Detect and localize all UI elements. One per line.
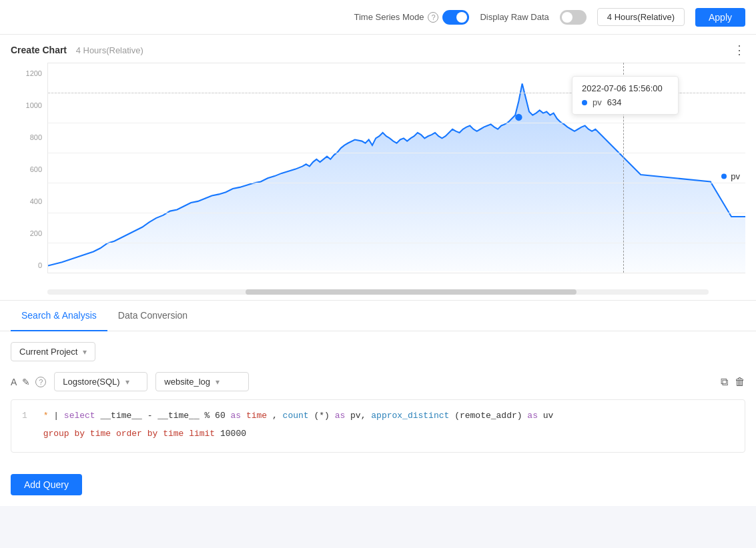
tab-search-analysis[interactable]: Search & Analysis: [11, 301, 107, 331]
sql-time-2: time: [90, 429, 111, 439]
code-editor[interactable]: 1 * | select __time__ - __time__ % 60 as…: [11, 399, 745, 453]
tooltip-date: 2022-07-06 15:56:00: [582, 83, 669, 93]
sql-time-3: time: [163, 429, 183, 439]
code-line-1: 1 * | select __time__ - __time__ % 60 as…: [22, 408, 734, 423]
sql-select: select: [64, 411, 95, 421]
project-chevron-icon: ▾: [83, 347, 87, 357]
display-raw-toggle[interactable]: [560, 10, 587, 25]
tooltip-value: 634: [607, 97, 622, 107]
query-row: A ✎ ? Logstore(SQL) ▾ website_log ▾ ⧉ 🗑: [11, 372, 745, 391]
hover-dot: [515, 114, 522, 121]
text-icon[interactable]: A: [11, 377, 17, 387]
chart-area[interactable]: 2022-07-06 15:56:00 pv 634 12:45 13:00 1…: [47, 63, 745, 273]
more-options-icon[interactable]: ⋮: [733, 43, 745, 57]
y-label-400: 400: [30, 197, 42, 205]
sql-star: *: [43, 411, 49, 421]
code-line-2: 2 group by time order by time limit 1000…: [22, 426, 734, 441]
y-label-600: 600: [30, 165, 42, 173]
display-raw-label: Display Raw Data: [480, 12, 548, 22]
time-series-text: Time Series Mode: [354, 12, 424, 22]
line-number-1: 1: [22, 411, 27, 421]
sql-time-1: time: [246, 411, 267, 421]
tooltip-metric: pv: [593, 97, 602, 107]
y-label-0: 0: [38, 261, 42, 269]
y-label-1200: 1200: [26, 69, 42, 77]
chart-section: Create Chart 4 Hours(Relative) ⋮ 1200 10…: [0, 35, 756, 301]
chart-title: Create Chart: [11, 45, 67, 55]
chart-legend: pv: [721, 171, 740, 181]
query-section: Current Project ▾ A ✎ ? Logstore(SQL) ▾ …: [0, 331, 756, 463]
tooltip-dot: [582, 100, 587, 105]
legend-dot: [721, 173, 727, 179]
sql-as-3: as: [527, 411, 538, 421]
logstore-type-select[interactable]: Logstore(SQL) ▾: [54, 372, 147, 391]
time-series-toggle[interactable]: [442, 10, 469, 25]
y-axis: 1200 1000 800 600 400 200 0: [11, 69, 47, 269]
sql-as-1: as: [231, 411, 242, 421]
legend-label: pv: [731, 171, 740, 181]
sql-count: count: [283, 411, 309, 421]
chart-title-area: Create Chart 4 Hours(Relative): [11, 45, 143, 55]
time-series-help-icon[interactable]: ?: [428, 12, 438, 23]
query-help-icon[interactable]: ?: [35, 377, 46, 387]
tab-data-conversion[interactable]: Data Conversion: [107, 301, 198, 331]
sql-as-2: as: [335, 411, 346, 421]
sql-order: order by: [116, 429, 157, 439]
time-range-button[interactable]: 4 Hours(Relative): [597, 8, 685, 26]
chart-scrollbar[interactable]: [47, 289, 709, 295]
query-icons: A ✎ ?: [11, 377, 46, 387]
tooltip-item: pv 634: [582, 97, 669, 107]
logstore-name-chevron-icon: ▾: [216, 377, 220, 387]
logstore-type-chevron-icon: ▾: [125, 377, 129, 387]
edit-icon[interactable]: ✎: [22, 377, 30, 387]
project-label: Current Project: [19, 347, 77, 357]
sql-group: group by: [43, 429, 85, 439]
delete-icon[interactable]: 🗑: [735, 376, 745, 388]
chart-tooltip: 2022-07-06 15:56:00 pv 634: [572, 76, 679, 115]
logstore-name-label: website_log: [164, 377, 210, 387]
chart-subtitle: 4 Hours(Relative): [76, 45, 143, 55]
logstore-type-label: Logstore(SQL): [63, 377, 119, 387]
logstore-name-select[interactable]: website_log ▾: [155, 372, 249, 391]
tabs: Search & Analysis Data Conversion: [0, 301, 756, 331]
copy-icon[interactable]: ⧉: [721, 376, 728, 388]
y-label-800: 800: [30, 133, 42, 141]
right-icons: ⧉ 🗑: [721, 376, 745, 388]
apply-button[interactable]: Apply: [695, 8, 745, 27]
project-select[interactable]: Current Project ▾: [11, 342, 95, 361]
top-bar: Time Series Mode ? Display Raw Data 4 Ho…: [0, 0, 756, 35]
scrollbar-thumb[interactable]: [246, 289, 577, 295]
y-label-1000: 1000: [26, 101, 42, 109]
sql-approx: approx_distinct: [371, 411, 449, 421]
sql-limit: limit: [189, 429, 215, 439]
add-query-button[interactable]: Add Query: [11, 474, 82, 495]
chart-header: Create Chart 4 Hours(Relative) ⋮: [11, 43, 745, 57]
y-label-200: 200: [30, 229, 42, 237]
bottom-section: Search & Analysis Data Conversion Curren…: [0, 301, 756, 506]
time-series-label: Time Series Mode ?: [354, 10, 469, 25]
